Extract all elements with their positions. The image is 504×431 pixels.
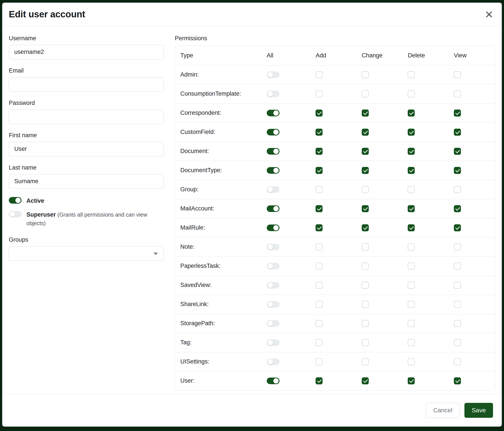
permission-view-checkbox[interactable]: [454, 109, 461, 117]
permission-change-checkbox[interactable]: [362, 90, 369, 98]
permission-delete-checkbox[interactable]: [408, 320, 415, 327]
permission-delete-checkbox[interactable]: [408, 90, 415, 98]
username-input[interactable]: [9, 45, 164, 59]
permission-view-checkbox[interactable]: [454, 148, 461, 155]
permission-delete-checkbox[interactable]: [408, 167, 415, 174]
permission-view-checkbox[interactable]: [454, 224, 461, 231]
permission-view-checkbox[interactable]: [454, 243, 461, 251]
permission-change-checkbox[interactable]: [362, 148, 369, 155]
permission-add-checkbox[interactable]: [315, 377, 323, 384]
first-name-input[interactable]: [9, 142, 164, 156]
permission-all-toggle[interactable]: [267, 148, 279, 155]
permission-all-toggle[interactable]: [267, 167, 279, 174]
permission-all-toggle[interactable]: [267, 359, 279, 365]
active-toggle[interactable]: [9, 197, 22, 204]
permission-delete-checkbox[interactable]: [408, 301, 415, 308]
permission-all-toggle[interactable]: [267, 339, 279, 346]
password-input[interactable]: [9, 109, 164, 124]
permission-change-checkbox[interactable]: [362, 377, 369, 384]
permission-all-toggle[interactable]: [267, 72, 279, 78]
permission-delete-checkbox[interactable]: [408, 358, 415, 365]
groups-select[interactable]: [9, 246, 164, 261]
permission-add-checkbox[interactable]: [315, 224, 323, 231]
permission-view-checkbox[interactable]: [454, 377, 461, 384]
permission-change-checkbox[interactable]: [362, 358, 369, 365]
permission-add-checkbox[interactable]: [315, 148, 323, 155]
permission-add-checkbox[interactable]: [315, 282, 323, 289]
groups-field-group: Groups: [9, 236, 164, 261]
permission-all-toggle[interactable]: [267, 263, 279, 269]
permission-view-checkbox[interactable]: [454, 205, 461, 212]
permission-all-toggle[interactable]: [267, 129, 279, 135]
permission-delete-checkbox[interactable]: [408, 243, 415, 251]
permission-all-toggle[interactable]: [267, 205, 279, 212]
permission-view-checkbox[interactable]: [454, 90, 461, 98]
permission-delete-checkbox[interactable]: [408, 148, 415, 155]
permission-all-toggle[interactable]: [267, 301, 279, 308]
permission-all-toggle[interactable]: [267, 186, 279, 193]
permission-view-checkbox[interactable]: [454, 262, 461, 269]
permission-view-checkbox[interactable]: [454, 282, 461, 289]
permission-delete-checkbox[interactable]: [408, 129, 415, 136]
permission-change-checkbox[interactable]: [362, 282, 369, 289]
permission-all-toggle[interactable]: [267, 224, 279, 231]
email-input[interactable]: [9, 77, 164, 92]
superuser-toggle[interactable]: [9, 211, 22, 217]
permission-add-checkbox[interactable]: [315, 167, 323, 174]
permission-delete-checkbox[interactable]: [408, 282, 415, 289]
permission-delete-checkbox[interactable]: [408, 224, 415, 231]
permission-add-checkbox[interactable]: [315, 358, 323, 365]
permission-all-toggle[interactable]: [267, 244, 279, 250]
permission-add-checkbox[interactable]: [315, 186, 323, 193]
permission-add-checkbox[interactable]: [315, 243, 323, 251]
permission-change-checkbox[interactable]: [362, 262, 369, 269]
permission-add-checkbox[interactable]: [315, 71, 323, 78]
permission-change-checkbox[interactable]: [362, 339, 369, 346]
permission-view-checkbox[interactable]: [454, 339, 461, 346]
permission-view-checkbox[interactable]: [454, 71, 461, 78]
permission-add-checkbox[interactable]: [315, 205, 323, 212]
save-button[interactable]: Save: [464, 403, 493, 418]
permission-delete-checkbox[interactable]: [408, 339, 415, 346]
permission-add-checkbox[interactable]: [315, 129, 323, 136]
permission-add-checkbox[interactable]: [315, 262, 323, 269]
permission-all-toggle[interactable]: [267, 110, 279, 116]
permission-view-checkbox[interactable]: [454, 129, 461, 136]
permission-change-checkbox[interactable]: [362, 186, 369, 193]
close-button[interactable]: ×: [484, 9, 494, 20]
last-name-input[interactable]: [9, 174, 164, 189]
active-label: Active: [26, 197, 44, 205]
permission-add-checkbox[interactable]: [315, 301, 323, 308]
permission-all-toggle[interactable]: [267, 320, 279, 327]
permission-view-checkbox[interactable]: [454, 301, 461, 308]
permission-delete-checkbox[interactable]: [408, 262, 415, 269]
permission-delete-checkbox[interactable]: [408, 109, 415, 117]
permission-view-checkbox[interactable]: [454, 320, 461, 327]
permission-change-checkbox[interactable]: [362, 301, 369, 308]
permission-change-checkbox[interactable]: [362, 224, 369, 231]
permission-change-checkbox[interactable]: [362, 243, 369, 251]
permission-add-checkbox[interactable]: [315, 339, 323, 346]
permission-add-checkbox[interactable]: [315, 90, 323, 98]
permission-all-toggle[interactable]: [267, 282, 279, 288]
permission-change-checkbox[interactable]: [362, 109, 369, 117]
permission-view-checkbox[interactable]: [454, 358, 461, 365]
permission-add-checkbox[interactable]: [315, 109, 323, 117]
permission-view-checkbox[interactable]: [454, 167, 461, 174]
permission-view-checkbox[interactable]: [454, 186, 461, 193]
permission-delete-checkbox[interactable]: [408, 205, 415, 212]
cancel-button[interactable]: Cancel: [426, 403, 459, 418]
permission-change-checkbox[interactable]: [362, 205, 369, 212]
permission-all-toggle[interactable]: [267, 90, 279, 97]
toggle-knob: [273, 378, 279, 384]
permission-all-toggle[interactable]: [267, 377, 279, 384]
permission-change-checkbox[interactable]: [362, 320, 369, 327]
permission-delete-checkbox[interactable]: [408, 71, 415, 78]
permission-change-checkbox[interactable]: [362, 167, 369, 174]
permission-delete-checkbox[interactable]: [408, 377, 415, 384]
permission-delete-checkbox[interactable]: [408, 186, 415, 193]
permission-change-checkbox[interactable]: [362, 129, 369, 136]
permission-change-checkbox[interactable]: [362, 71, 369, 78]
toggle-knob: [268, 263, 273, 269]
permission-add-checkbox[interactable]: [315, 320, 323, 327]
